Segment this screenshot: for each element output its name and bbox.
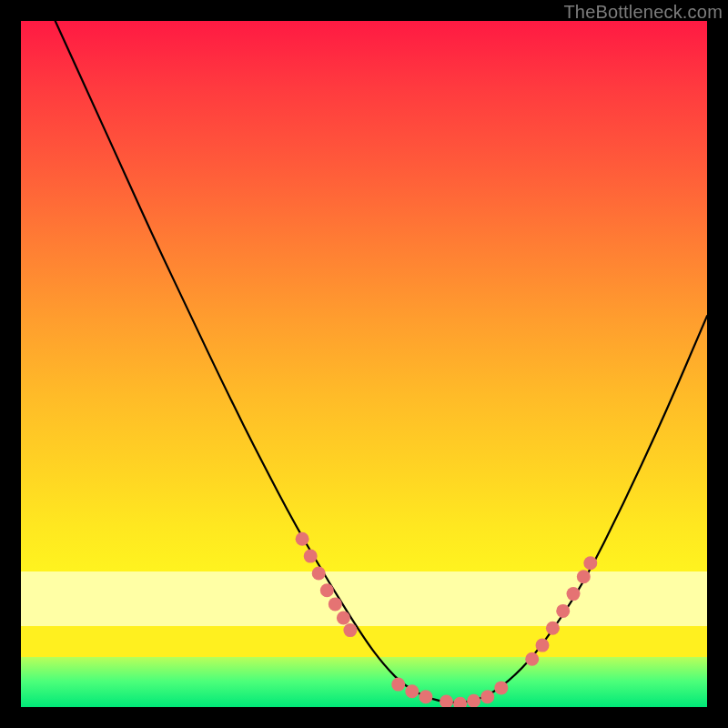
watermark-text: TheBottleneck.com	[563, 2, 723, 23]
gradient-band-green	[21, 657, 707, 707]
chart-frame: TheBottleneck.com	[0, 0, 728, 728]
plot-area	[21, 21, 707, 707]
gradient-band-yellow	[21, 626, 707, 657]
gradient-band-main	[21, 21, 707, 571]
gradient-band-pale	[21, 571, 707, 626]
